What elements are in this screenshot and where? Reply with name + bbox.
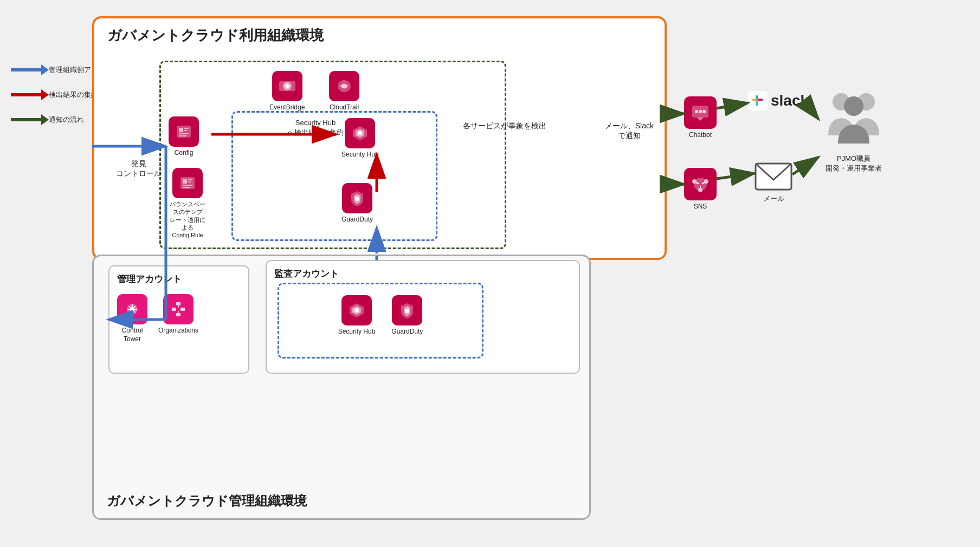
chatbot-block: Chatbot xyxy=(684,96,717,140)
svg-point-19 xyxy=(130,307,134,311)
main-env-box: ガバメントクラウド利用組織環境 EventBridge xyxy=(92,16,667,260)
config-icon xyxy=(169,116,199,147)
arrow-blue-icon xyxy=(11,68,43,71)
svg-point-39 xyxy=(698,188,702,192)
chatbot-label: Chatbot xyxy=(689,131,712,140)
eventbridge-block: EventBridge xyxy=(269,71,305,112)
svg-point-35 xyxy=(702,110,706,113)
people-icon xyxy=(818,87,889,152)
svg-rect-17 xyxy=(183,187,190,188)
svg-line-66 xyxy=(717,173,755,179)
audit-security-hub-block: Security Hub xyxy=(338,295,376,336)
haken-label: 発見コントロール xyxy=(116,159,162,179)
organizations-icon xyxy=(163,294,194,324)
control-tower-block: ControlTower xyxy=(117,294,147,343)
svg-rect-13 xyxy=(183,179,187,184)
control-tower-icon xyxy=(117,294,147,324)
mgmt-account-box: 管理アカウント ControlTower xyxy=(108,265,249,374)
config-label: Config xyxy=(175,149,194,158)
security-hub-icon xyxy=(345,118,375,148)
svg-rect-47 xyxy=(752,99,757,101)
guardduty-label: GuardDuty xyxy=(341,216,373,224)
security-hub-label: Security Hub xyxy=(341,151,379,159)
organizations-block: Organizations xyxy=(158,294,198,335)
svg-rect-23 xyxy=(176,313,180,316)
guardduty-icon xyxy=(342,183,372,213)
slack-logo-icon xyxy=(748,91,768,110)
cloudtrail-block: CloudTrail xyxy=(329,71,359,112)
arrow-red-icon xyxy=(11,93,43,96)
detection-label: 各サービスが事象を検出 xyxy=(463,121,546,131)
svg-line-65 xyxy=(717,103,748,108)
mail-icon xyxy=(755,162,792,191)
svg-rect-10 xyxy=(179,133,189,134)
svg-rect-9 xyxy=(184,130,187,131)
green-dashed-box: EventBridge CloudTrail Security Hubへ検出結果… xyxy=(159,61,506,249)
svg-point-34 xyxy=(699,110,702,113)
notification-label: メール、Slackで通知 xyxy=(605,121,654,141)
blue-dashed-box: Security Hubへ検出結果の集約 Security Hub xyxy=(231,111,437,241)
audit-security-hub-label: Security Hub xyxy=(338,328,376,336)
config-rule-label: バランスベースのテンプレート適用によるConfig Rule xyxy=(169,200,207,239)
cloudtrail-icon xyxy=(329,71,359,101)
svg-rect-69 xyxy=(732,101,736,103)
svg-point-30 xyxy=(354,308,359,312)
diagram-container: 管理組織側アカウント からの制御 検出結果の集約 通知の流れ ガバメントクラウド… xyxy=(0,0,980,547)
audit-account-title: 監査アカウント xyxy=(274,268,579,280)
security-hub-sublabel: Security Hubへ検出結果の集約 xyxy=(287,118,344,138)
audit-blue-dashed: Security Hub GuardDuty xyxy=(278,283,483,359)
mail-label: メール xyxy=(755,194,792,204)
sns-block: SNS xyxy=(684,168,717,211)
security-hub-block: Security Hub xyxy=(341,118,379,159)
config-rule-icon xyxy=(172,168,203,198)
arrow-green-icon xyxy=(11,118,43,121)
people-block: PJMO職員開発・運用事業者 xyxy=(818,87,889,173)
svg-rect-14 xyxy=(188,179,192,180)
audit-guardduty-icon xyxy=(392,295,422,325)
chatbot-icon xyxy=(684,96,717,129)
mail-block: メール xyxy=(755,162,792,204)
legend-red-label: 検出結果の集約 xyxy=(49,90,98,100)
config-block: Config xyxy=(169,116,199,158)
audit-guardduty-block: GuardDuty xyxy=(391,295,423,336)
config-rule-block: バランスベースのテンプレート適用によるConfig Rule xyxy=(169,168,207,239)
slack-text: slack xyxy=(771,92,809,109)
people-label: PJMO職員開発・運用事業者 xyxy=(818,154,889,173)
eventbridge-icon xyxy=(272,71,302,101)
main-env-title: ガバメントクラウド利用組織環境 xyxy=(107,26,324,45)
organizations-label: Organizations xyxy=(158,327,198,335)
svg-rect-7 xyxy=(179,128,183,132)
audit-security-hub-icon xyxy=(341,295,372,325)
audit-account-box: 監査アカウント Security Hub xyxy=(266,260,580,374)
slack-block: slack xyxy=(748,91,809,110)
svg-point-31 xyxy=(405,309,409,313)
svg-line-68 xyxy=(792,157,818,174)
legend-green-label: 通知の流れ xyxy=(49,115,84,125)
gray-outer-title: ガバメントクラウド管理組織環境 xyxy=(107,492,307,510)
sns-icon xyxy=(684,168,717,200)
control-tower-label: ControlTower xyxy=(122,327,143,343)
svg-point-5 xyxy=(355,197,359,201)
svg-rect-20 xyxy=(176,302,180,305)
svg-point-33 xyxy=(695,110,698,113)
svg-rect-8 xyxy=(184,128,189,129)
svg-line-67 xyxy=(808,106,818,119)
svg-rect-11 xyxy=(179,135,186,136)
svg-rect-16 xyxy=(183,185,192,186)
guardduty-block: GuardDuty xyxy=(341,183,373,224)
svg-point-4 xyxy=(358,131,362,135)
audit-guardduty-label: GuardDuty xyxy=(391,328,423,336)
mgmt-account-title: 管理アカウント xyxy=(117,273,248,285)
svg-point-51 xyxy=(844,96,863,116)
sns-label: SNS xyxy=(694,203,707,211)
svg-rect-70 xyxy=(732,171,736,173)
svg-rect-15 xyxy=(188,181,191,183)
